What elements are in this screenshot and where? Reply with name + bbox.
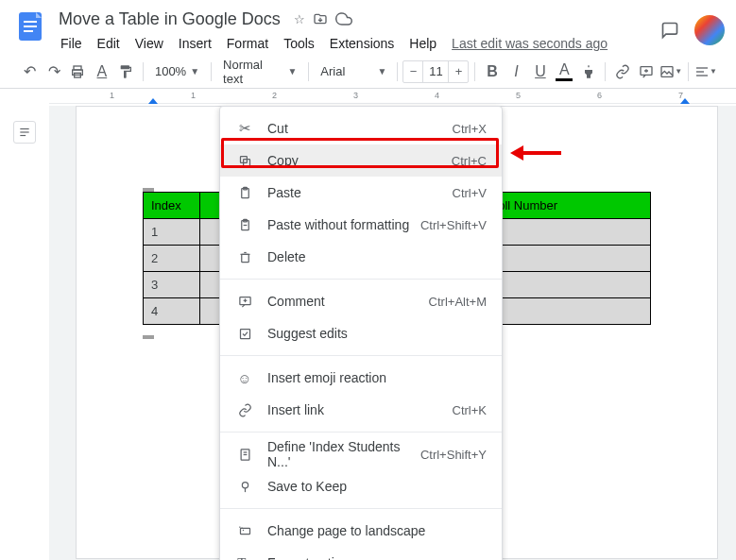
annotation-arrow xyxy=(510,145,561,161)
table-cell[interactable]: 3 xyxy=(144,272,200,298)
svg-rect-22 xyxy=(241,254,248,262)
indent-marker-right[interactable] xyxy=(680,98,690,104)
format-options-icon: TT xyxy=(235,555,254,561)
menu-insert[interactable]: Insert xyxy=(171,32,219,55)
header-right xyxy=(657,8,725,45)
indent-marker-left[interactable] xyxy=(148,98,158,104)
left-sidebar xyxy=(0,106,49,144)
menu-format[interactable]: Format xyxy=(219,32,276,55)
ruler-mark: 3 xyxy=(353,91,358,100)
highlight-button[interactable] xyxy=(577,60,599,83)
cm-divider xyxy=(220,355,502,356)
insert-link-button[interactable] xyxy=(611,60,633,83)
docs-logo-icon[interactable] xyxy=(11,8,49,45)
table-cell[interactable] xyxy=(481,246,650,272)
cm-define[interactable]: Define 'Index Students N...' Ctrl+Shift+… xyxy=(220,438,502,470)
menu-view[interactable]: View xyxy=(128,32,171,55)
svg-rect-34 xyxy=(240,528,249,534)
cm-paste-plain[interactable]: Paste without formatting Ctrl+Shift+V xyxy=(220,209,502,241)
selection-handle-icon xyxy=(143,335,154,339)
table-cell[interactable]: 2 xyxy=(144,246,200,272)
suggest-icon xyxy=(235,327,254,341)
add-comment-button[interactable] xyxy=(636,60,658,83)
star-icon[interactable]: ☆ xyxy=(294,12,305,26)
cm-delete[interactable]: Delete xyxy=(220,241,502,273)
italic-button[interactable]: I xyxy=(505,60,527,83)
font-size-decrease[interactable]: − xyxy=(403,61,422,82)
user-avatar[interactable] xyxy=(694,15,725,45)
table-cell[interactable] xyxy=(481,272,650,298)
undo-button[interactable]: ↶ xyxy=(19,60,41,83)
ruler-mark: 1 xyxy=(110,91,114,100)
ruler-mark: 4 xyxy=(435,91,439,100)
insert-image-button[interactable]: ▼ xyxy=(659,60,682,83)
annotation-box xyxy=(221,138,499,168)
table-cell[interactable]: 1 xyxy=(144,219,200,246)
context-menu: ✂ Cut Ctrl+X Copy Ctrl+C Paste Ctrl+V Pa… xyxy=(219,106,503,560)
title-row: Move a Table in Google Docs ☆ xyxy=(53,8,657,30)
ruler-mark: 2 xyxy=(272,91,277,100)
print-button[interactable] xyxy=(67,60,89,83)
svg-rect-3 xyxy=(24,30,33,32)
style-select[interactable]: Normal text▼ xyxy=(217,60,302,83)
font-size-value[interactable]: 11 xyxy=(422,61,449,82)
cm-insert-link[interactable]: Insert link Ctrl+K xyxy=(220,394,502,426)
paste-plain-icon xyxy=(235,218,254,232)
menu-tools[interactable]: Tools xyxy=(276,32,322,55)
cm-comment[interactable]: Comment Ctrl+Alt+M xyxy=(220,285,502,317)
cm-suggest[interactable]: Suggest edits xyxy=(220,317,502,349)
cm-divider xyxy=(220,432,502,433)
cm-keep[interactable]: Save to Keep xyxy=(220,470,502,502)
toolbar: ↶ ↷ A 100%▼ Normal text▼ Arial▼ − 11 + B… xyxy=(0,55,736,89)
table-header-cell[interactable]: Index xyxy=(144,193,200,219)
menu-extensions[interactable]: Extensions xyxy=(322,32,402,55)
cm-landscape[interactable]: Change page to landscape xyxy=(220,515,502,547)
ruler[interactable]: 1 1 2 3 4 5 6 7 xyxy=(49,89,736,104)
table-cell[interactable]: 4 xyxy=(144,298,200,325)
last-edit-link[interactable]: Last edit was seconds ago xyxy=(452,36,608,51)
table-cell[interactable] xyxy=(481,298,650,325)
spellcheck-button[interactable]: A xyxy=(91,60,112,83)
title-area: Move a Table in Google Docs ☆ File Edit … xyxy=(53,8,657,55)
zoom-select[interactable]: 100%▼ xyxy=(149,60,205,83)
cm-paste[interactable]: Paste Ctrl+V xyxy=(220,177,502,209)
landscape-icon xyxy=(235,524,254,538)
menu-edit[interactable]: Edit xyxy=(90,32,128,55)
svg-rect-28 xyxy=(240,329,249,338)
paste-icon xyxy=(235,186,254,200)
cut-icon: ✂ xyxy=(235,120,254,137)
app-header: Move a Table in Google Docs ☆ File Edit … xyxy=(0,0,736,55)
cm-emoji[interactable]: ☺ Insert emoji reaction xyxy=(220,362,502,394)
cloud-status-icon[interactable] xyxy=(335,10,352,27)
table-cell[interactable] xyxy=(481,219,650,246)
doc-title[interactable]: Move a Table in Google Docs xyxy=(53,8,286,31)
move-to-folder-icon[interactable] xyxy=(313,11,328,26)
keep-icon xyxy=(235,480,254,494)
redo-button[interactable]: ↷ xyxy=(43,60,64,83)
menu-help[interactable]: Help xyxy=(402,32,444,55)
ruler-mark: 5 xyxy=(516,91,521,100)
emoji-icon: ☺ xyxy=(235,370,254,386)
font-size-increase[interactable]: + xyxy=(449,61,468,82)
cm-format-options[interactable]: TT Format options ▶ xyxy=(220,547,502,560)
svg-rect-2 xyxy=(24,25,37,27)
selection-handle-icon xyxy=(143,188,154,192)
svg-rect-1 xyxy=(24,21,37,23)
menu-file[interactable]: File xyxy=(53,32,90,55)
underline-button[interactable]: U xyxy=(529,60,551,83)
font-select[interactable]: Arial▼ xyxy=(315,60,390,83)
text-color-button[interactable]: A xyxy=(554,60,575,83)
submenu-arrow-icon: ▶ xyxy=(479,557,487,561)
align-button[interactable]: ▼ xyxy=(694,60,717,83)
bold-button[interactable]: B xyxy=(481,60,503,83)
arrow-line-icon xyxy=(523,151,561,155)
cm-divider xyxy=(220,279,502,280)
menu-bar: File Edit View Insert Format Tools Exten… xyxy=(53,32,657,55)
outline-toggle-button[interactable] xyxy=(13,121,36,144)
table-header-cell[interactable]: Roll Number xyxy=(481,193,650,219)
ruler-mark: 6 xyxy=(597,91,602,100)
paint-format-button[interactable] xyxy=(115,60,137,83)
comments-button[interactable] xyxy=(657,17,683,43)
svg-point-32 xyxy=(242,482,248,487)
link-icon xyxy=(235,403,254,417)
